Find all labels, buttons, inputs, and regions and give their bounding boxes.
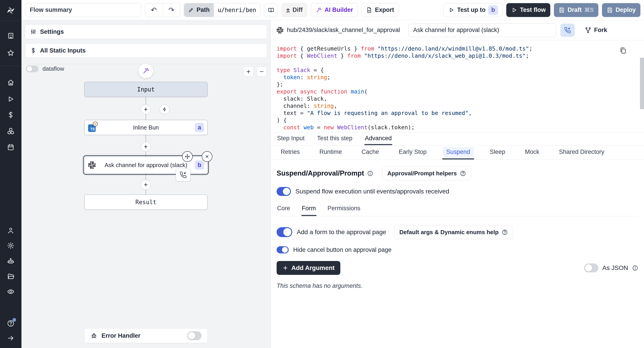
empty-schema-text: This schema has no arguments. [276, 282, 638, 290]
hide-cancel-toggle[interactable] [276, 246, 289, 254]
typescript-bun-icon: TS [88, 123, 97, 132]
subtab-shared-directory[interactable]: Shared Directory [555, 145, 608, 160]
code-editor[interactable]: import { getResumeUrls } from "https://d… [271, 40, 644, 132]
sidebar-item-folders[interactable] [0, 270, 22, 283]
tab-advanced[interactable]: Advanced [364, 132, 392, 145]
insert-trigger-button[interactable] [160, 104, 170, 114]
sidebar-item-help[interactable] [0, 317, 22, 330]
zoom-out-button[interactable]: − [257, 67, 266, 76]
fork-button[interactable]: Fork [585, 26, 607, 34]
test-up-to-step-badge[interactable]: b [488, 5, 498, 15]
redo-button[interactable]: ↷ [162, 3, 180, 17]
subtab-label: Cache [358, 147, 382, 157]
move-step-handle[interactable] [182, 151, 193, 162]
sidebar-item-runs[interactable] [0, 92, 22, 106]
deploy-button[interactable]: Deploy [602, 3, 640, 17]
sidebar-item-resources[interactable] [0, 124, 22, 138]
ai-flow-builder-fab[interactable] [138, 64, 153, 78]
test-up-to-button[interactable]: Test up to b [444, 3, 503, 17]
subtab-mock[interactable]: Mock [521, 145, 544, 160]
step-a-node[interactable]: TS Inline Bun a [84, 120, 208, 135]
windmill-logo[interactable] [0, 0, 22, 21]
path-value[interactable]: u/henri/ben [214, 3, 260, 17]
sidebar-item-workers[interactable] [0, 254, 22, 268]
test-up-to-label: Test up to [457, 6, 486, 14]
undo-button[interactable]: ↶ [145, 3, 162, 17]
save-icon [607, 7, 613, 13]
code-scrollbar[interactable] [640, 58, 644, 109]
error-handler-toggle[interactable] [187, 331, 202, 340]
default-args-help-button[interactable]: Default args & Dynamic enums help [394, 225, 513, 239]
suspend-toggle-label: Suspend flow execution until events/appr… [296, 188, 449, 195]
tab-permissions[interactable]: Permissions [327, 202, 361, 216]
add-form-toggle[interactable] [276, 227, 292, 237]
tab-test-this-step[interactable]: Test this step [317, 132, 353, 145]
suspend-heading: Suspend/Approval/Prompt [276, 169, 373, 177]
wand-icon [316, 7, 322, 13]
subtab-early-stop[interactable]: Early Stop [395, 145, 431, 160]
fork-label: Fork [594, 26, 607, 34]
ai-builder-button[interactable]: AI Builder [311, 3, 358, 17]
insert-step-button-2[interactable] [141, 142, 151, 152]
all-static-inputs-button[interactable]: All Static Inputs [25, 44, 267, 58]
plus-icon [143, 144, 148, 149]
as-json-toggle[interactable] [584, 264, 598, 272]
flow-settings-button[interactable]: Settings [25, 24, 267, 39]
subtab-suspend[interactable]: Suspend [442, 145, 474, 160]
flow-summary-input[interactable] [25, 3, 141, 17]
path-button[interactable]: Path [184, 3, 214, 17]
test-flow-button[interactable]: Test flow [506, 3, 550, 17]
copy-code-button[interactable] [620, 47, 626, 55]
cubes-icon [7, 127, 14, 135]
subtab-label: Retries [277, 147, 304, 157]
play-icon [448, 7, 454, 13]
add-argument-button[interactable]: Add Argument [276, 261, 340, 275]
suspend-indicator-button[interactable] [560, 24, 574, 37]
insert-step-button-3[interactable] [141, 180, 151, 190]
subtab-label: Runtime [316, 147, 346, 157]
play-icon [7, 95, 14, 103]
draft-button[interactable]: Draft ⌘S [554, 3, 598, 17]
flow-result-node[interactable]: Result [84, 194, 208, 210]
flow-input-node[interactable]: Input [84, 82, 208, 97]
insert-step-button-1[interactable] [141, 104, 151, 114]
sidebar-item-home[interactable] [0, 76, 22, 89]
sidebar-item-schedules[interactable] [0, 140, 22, 154]
test-flow-label: Test flow [520, 6, 546, 14]
suspend-approval-badge[interactable] [176, 168, 190, 182]
subtab-cache[interactable]: Cache [358, 145, 383, 160]
sidebar-item-audit-logs[interactable] [0, 285, 22, 298]
step-summary-input[interactable] [408, 23, 556, 37]
suspend-settings-body: Suspend/Approval/Prompt Approval/Prompt … [271, 160, 644, 348]
subtab-sleep[interactable]: Sleep [486, 145, 509, 160]
all-static-inputs-label: All Static Inputs [40, 47, 86, 54]
robot-icon [7, 258, 14, 265]
arrow-right-icon [7, 334, 14, 342]
hub-script-path: hub/2439/slack/ask_channel_for_approval [276, 26, 400, 34]
zoom-in-button[interactable]: + [244, 67, 253, 76]
star-icon [7, 49, 14, 57]
docs-button[interactable] [264, 3, 278, 17]
diff-button[interactable]: ± Diff [282, 3, 307, 17]
sidebar-item-favorites[interactable] [0, 46, 22, 60]
subtab-label: Sleep [486, 147, 509, 157]
subtab-runtime[interactable]: Runtime [316, 145, 346, 160]
export-button[interactable]: Export [361, 3, 399, 17]
error-handler-label: Error Handler [102, 332, 183, 339]
sidebar-item-users[interactable] [0, 224, 22, 237]
delete-step-button[interactable] [202, 151, 212, 162]
approval-prompt-helpers-button[interactable]: Approval/Prompt helpers [382, 166, 471, 180]
phone-incoming-icon [180, 171, 187, 178]
suspend-execution-toggle[interactable] [276, 187, 291, 196]
sidebar-expand-button[interactable] [0, 332, 22, 345]
sidebar-item-workspace[interactable] [0, 29, 22, 42]
phone-incoming-icon [564, 27, 571, 34]
user-icon [7, 227, 14, 234]
dataflow-toggle[interactable] [26, 66, 38, 72]
subtab-retries[interactable]: Retries [276, 145, 304, 160]
sidebar-item-variables[interactable] [0, 108, 22, 122]
sidebar-item-settings[interactable] [0, 239, 22, 252]
tab-step-input[interactable]: Step Input [276, 132, 305, 145]
tab-core[interactable]: Core [276, 202, 291, 216]
tab-form[interactable]: Form [302, 202, 316, 216]
